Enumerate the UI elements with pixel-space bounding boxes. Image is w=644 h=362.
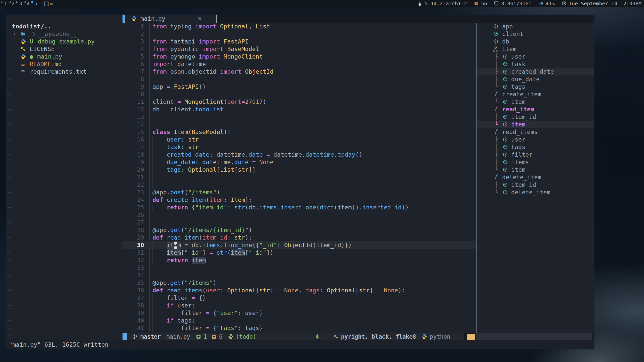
code-line-12[interactable]: 12db = client.todolist xyxy=(123,106,476,113)
outline-item-read_item[interactable]: fread_item xyxy=(477,106,594,113)
code-line-17[interactable]: 17 task: str xyxy=(123,143,476,151)
explorer-root-label: todolist/.. xyxy=(12,23,51,30)
explorer-item-LICENSE[interactable]: LICENSE xyxy=(6,45,123,53)
outline-item-delete_item[interactable]: └delete_item xyxy=(477,189,594,196)
code-line-29[interactable]: 29def read_item(item_id: str): xyxy=(123,234,476,241)
workspace-5[interactable]: 5 xyxy=(31,0,39,7)
code-editor[interactable]: 1from typing import Optional, List23from… xyxy=(123,23,476,333)
statusline-tail xyxy=(592,333,594,340)
tab-close-icon[interactable]: × xyxy=(198,15,209,22)
code-line-32[interactable]: 32 return item xyxy=(123,256,476,264)
circle-dashed-icon xyxy=(30,31,36,37)
file-explorer[interactable]: todolist/..›__pycache__Udebug_example.py… xyxy=(6,15,123,340)
workspace-3[interactable]: 3 xyxy=(16,0,24,7)
python-icon xyxy=(131,16,137,21)
code-line-10[interactable]: 10 xyxy=(123,90,476,98)
outline-item-item_id[interactable]: ├item_id xyxy=(477,113,594,121)
code-line-13[interactable]: 13 xyxy=(123,113,476,121)
indent-guide xyxy=(152,181,153,189)
code-line-22[interactable]: 22 xyxy=(123,181,476,189)
outline-item-user[interactable]: ├user xyxy=(477,53,594,60)
code-line-18[interactable]: 18 created_date: datetime.date = datetim… xyxy=(123,151,476,158)
code-line-1[interactable]: 1from typing import Optional, List xyxy=(123,23,476,30)
code-line-35[interactable]: 35@app.get("/items") xyxy=(123,279,476,287)
tab-main-py[interactable]: main.py × xyxy=(125,15,216,23)
outline-item-db[interactable]: db xyxy=(477,38,594,45)
outline-item-item[interactable]: └item xyxy=(477,166,594,173)
explorer-item-README.md[interactable]: README.md xyxy=(6,60,123,68)
empty-line-tilde: ~ xyxy=(6,189,123,196)
code-line-21[interactable]: 21 xyxy=(123,173,476,181)
outline-item-read_items[interactable]: fread_items xyxy=(477,128,594,136)
explorer-item-requirements.txt[interactable]: requirements.txt xyxy=(6,68,123,75)
code-line-24[interactable]: 24def create_item(item: Item): xyxy=(123,196,476,204)
code-line-28[interactable]: 28@app.get("/items/{item_id}") xyxy=(123,226,476,234)
function-icon: f xyxy=(493,92,499,97)
line-number: 26 xyxy=(123,211,144,219)
chevron-right-icon[interactable]: › xyxy=(13,30,16,38)
outline-item-item[interactable]: └item xyxy=(477,121,594,128)
code-line-40[interactable]: 40 if tags: xyxy=(123,317,476,324)
outline-item-created_date[interactable]: ├created_date xyxy=(477,68,594,75)
workspace-2[interactable]: 2 xyxy=(9,0,16,7)
code-line-19[interactable]: 19 due_date: datetime.date = None xyxy=(123,158,476,166)
code-line-36[interactable]: 36def read_items(user: Optional[str] = N… xyxy=(123,287,476,294)
outline-item-client[interactable]: client xyxy=(477,30,594,38)
code-line-39[interactable]: 39 filter = {"user": user} xyxy=(123,309,476,317)
outline-item-Item[interactable]: Item xyxy=(477,45,594,53)
code-line-8[interactable]: 8 xyxy=(123,75,476,83)
outline-item-item_id[interactable]: ├item_id xyxy=(477,181,594,189)
code-line-20[interactable]: 20 tags: Optional[List[str]] xyxy=(123,166,476,173)
workspace-4[interactable]: 4 xyxy=(24,0,31,7)
code-text: from pydantic import BaseModel xyxy=(152,45,259,53)
outline-item-tags[interactable]: ├tags xyxy=(477,143,594,151)
code-line-30[interactable]: 30 item = db.items.find_one({"_id": Obje… xyxy=(123,241,476,249)
outline-item-due_date[interactable]: ├due_date xyxy=(477,75,594,83)
code-line-31[interactable]: 31 item["_id"] = str(item["_id"]) xyxy=(123,249,476,256)
code-line-5[interactable]: 5from pymongo import MongoClient xyxy=(123,53,476,60)
workspace-1[interactable]: 1 xyxy=(1,0,9,7)
outline-item-task[interactable]: ├task xyxy=(477,60,594,68)
code-line-11[interactable]: 11client = MongoClient(port=27017) xyxy=(123,98,476,106)
code-line-7[interactable]: 7from bson.objectid import ObjectId xyxy=(123,68,476,75)
code-line-37[interactable]: 37 filter = {} xyxy=(123,294,476,302)
outline-item-item[interactable]: └item xyxy=(477,98,594,106)
code-line-3[interactable]: 3from fastapi import FastAPI xyxy=(123,38,476,45)
code-line-2[interactable]: 2 xyxy=(123,30,476,38)
code-line-14[interactable]: 14 xyxy=(123,121,476,128)
empty-line-tilde: ~ xyxy=(6,83,123,90)
explorer-item-main.py[interactable]: ●main.py xyxy=(6,53,123,60)
code-line-9[interactable]: 9app = FastAPI() xyxy=(123,83,476,90)
explorer-root[interactable]: todolist/.. xyxy=(6,23,123,30)
empty-line-tilde: ~ xyxy=(6,324,123,332)
outline-item-create_item[interactable]: fcreate_item xyxy=(477,90,594,98)
outline-item-delete_item[interactable]: fdelete_item xyxy=(477,173,594,181)
code-line-6[interactable]: 6import datetime xyxy=(123,60,476,68)
outline-item-filter[interactable]: ├filter xyxy=(477,151,594,158)
code-line-27[interactable]: 27 xyxy=(123,219,476,226)
cursor: e xyxy=(174,242,177,249)
line-number: 29 xyxy=(123,234,144,241)
tree-connector: ├ xyxy=(495,143,498,151)
outline-item-tags[interactable]: └tags xyxy=(477,83,594,90)
code-line-26[interactable]: 26 xyxy=(123,211,476,219)
outline-label: item_id xyxy=(511,113,536,121)
outline-label: filter xyxy=(511,151,533,158)
code-line-16[interactable]: 16 user: str xyxy=(123,136,476,143)
code-line-34[interactable]: 34 xyxy=(123,272,476,279)
outline-item-app[interactable]: app xyxy=(477,23,594,30)
code-line-15[interactable]: 15class Item(BaseModel): xyxy=(123,128,476,136)
code-line-23[interactable]: 23@app.post("/items") xyxy=(123,189,476,196)
explorer-item-debug_example.py[interactable]: Udebug_example.py xyxy=(6,38,123,45)
symbols-outline[interactable]: appclientdbItem├user├task├created_date├d… xyxy=(477,23,594,333)
code-line-25[interactable]: 25 return {"item_id": str(db.items.inser… xyxy=(123,204,476,211)
code-line-41[interactable]: 41 filter = {"tags": tags} xyxy=(123,324,476,332)
line-number: 2 xyxy=(123,30,144,38)
explorer-item-__pycache__[interactable]: ›__pycache__ xyxy=(6,30,123,38)
outline-item-user[interactable]: ├user xyxy=(477,136,594,143)
outline-item-items[interactable]: ├items xyxy=(477,158,594,166)
code-line-38[interactable]: 38 if user: xyxy=(123,302,476,309)
code-line-33[interactable]: 33 xyxy=(123,264,476,272)
code-line-4[interactable]: 4from pydantic import BaseModel xyxy=(123,45,476,53)
window-separator[interactable] xyxy=(476,23,477,333)
